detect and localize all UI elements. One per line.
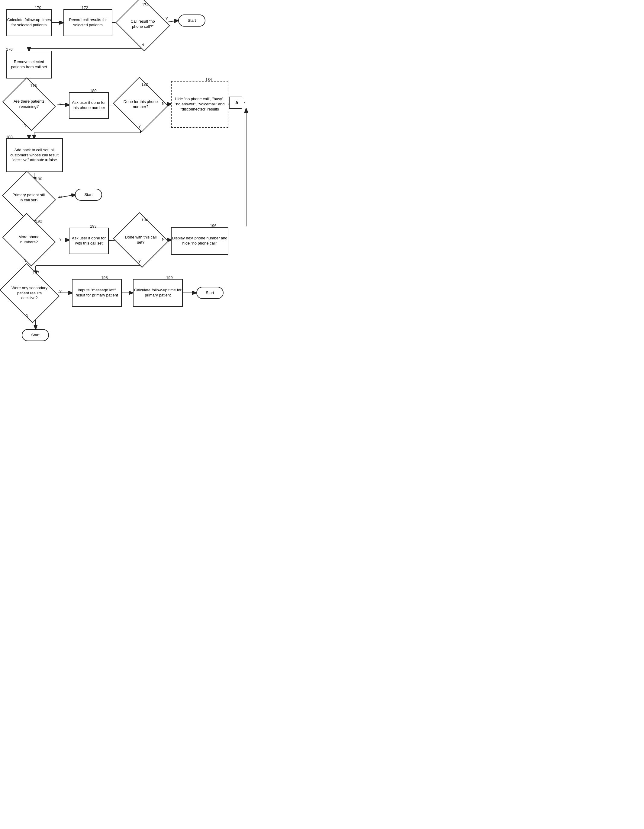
node-194: Done with this call set? <box>120 221 161 259</box>
label-198: 198 <box>101 275 108 280</box>
node-198-label: Impute "message left" result for primary… <box>73 288 121 298</box>
node-197: Were any secondary patient results decis… <box>6 274 53 312</box>
node-178-label: Are there patients remaining? <box>8 87 49 121</box>
node-190-label: Primary patient still in call set? <box>8 180 49 215</box>
node-193: Ask user if done for with this call set <box>69 228 109 254</box>
arrow-label-178-y: Y <box>59 102 62 106</box>
node-198: Impute "message left" result for primary… <box>72 279 122 307</box>
label-196: 196 <box>210 224 216 228</box>
flowchart-diagram: Calculate follow-up times for selected p… <box>0 0 322 414</box>
node-193-label: Ask user if done for with this call set <box>69 236 108 246</box>
start-1: Start <box>178 14 205 27</box>
arrow-label-197-y: Y <box>59 290 62 294</box>
label-180: 180 <box>90 88 97 93</box>
node-178: Are there patients remaining? <box>8 87 49 121</box>
label-176: 176 <box>6 47 13 52</box>
label-194: 194 <box>141 217 148 222</box>
label-184: 184 <box>205 77 212 82</box>
arrow-label-192-n: N <box>24 258 26 263</box>
arrow-label-197-n: N <box>26 314 28 318</box>
start-4-label: Start <box>31 333 39 338</box>
label-193: 193 <box>90 224 97 229</box>
node-192: More phone numbers? <box>8 222 49 257</box>
label-174: 174 <box>142 2 148 7</box>
node-199: Calculate follow-up time for primary pat… <box>133 279 183 307</box>
label-170: 170 <box>35 5 41 10</box>
node-196-label: Display next phone number and hide "no p… <box>172 236 228 246</box>
label-182: 182 <box>141 82 148 87</box>
node-194-label: Done with this call set? <box>120 221 161 259</box>
connector-a: A <box>229 97 245 109</box>
label-178: 178 <box>30 84 37 88</box>
label-197: 197 <box>33 271 39 275</box>
node-184-label: Hide "no phone call", "busy", "no answer… <box>172 97 228 112</box>
arrow-label-174-y: Y <box>166 17 168 21</box>
node-188: Add back to call set: all customers whos… <box>6 138 63 172</box>
node-176-label: Remove selected patients from call set <box>7 60 51 70</box>
label-172: 172 <box>82 5 88 10</box>
node-182-label: Done for this phone number? <box>120 86 161 123</box>
node-172: Record call results for selected patient… <box>63 9 112 36</box>
label-188: 188 <box>6 135 13 139</box>
label-199: 199 <box>166 275 173 280</box>
node-196: Display next phone number and hide "no p… <box>171 227 228 255</box>
arrow-label-192-y: Y <box>59 237 62 241</box>
arrow-label-190-n: N <box>59 195 62 199</box>
node-182: Done for this phone number? <box>120 86 161 123</box>
node-174-label: Call result "no phone call?" <box>122 6 163 42</box>
node-190: Primary patient still in call set? <box>8 180 49 215</box>
start-1-label: Start <box>188 18 196 23</box>
arrow-label-182-n: N <box>162 101 165 106</box>
connector-a-label: A <box>235 100 238 105</box>
node-170-label: Calculate follow-up times for selected p… <box>7 17 51 28</box>
arrow-label-182-y: Y <box>138 125 141 129</box>
start-2: Start <box>75 189 102 201</box>
node-192-label: More phone numbers? <box>8 222 49 257</box>
arrow-label-174-n: N <box>141 43 144 47</box>
start-3-label: Start <box>206 290 214 296</box>
node-170: Calculate follow-up times for selected p… <box>6 9 52 36</box>
node-199-label: Calculate follow-up time for primary pat… <box>134 288 182 298</box>
label-190: 190 <box>36 177 42 181</box>
node-180-label: Ask user if done for this phone number <box>69 100 108 110</box>
label-192: 192 <box>36 219 42 224</box>
node-180: Ask user if done for this phone number <box>69 92 109 119</box>
arrow-label-178-n: N <box>24 123 26 128</box>
start-2-label: Start <box>84 192 92 197</box>
node-176: Remove selected patients from call set <box>6 51 52 79</box>
start-3: Start <box>196 287 224 299</box>
arrow-label-194-y: Y <box>138 260 141 264</box>
node-197-label: Were any secondary patient results decis… <box>6 274 53 312</box>
node-184: Hide "no phone call", "busy", "no answer… <box>171 81 228 128</box>
node-172-label: Record call results for selected patient… <box>64 17 112 28</box>
start-4: Start <box>22 329 49 341</box>
node-188-label: Add back to call set: all customers whos… <box>7 148 62 163</box>
node-174: Call result "no phone call?" <box>122 6 163 42</box>
arrow-label-194-n: N <box>162 237 165 241</box>
